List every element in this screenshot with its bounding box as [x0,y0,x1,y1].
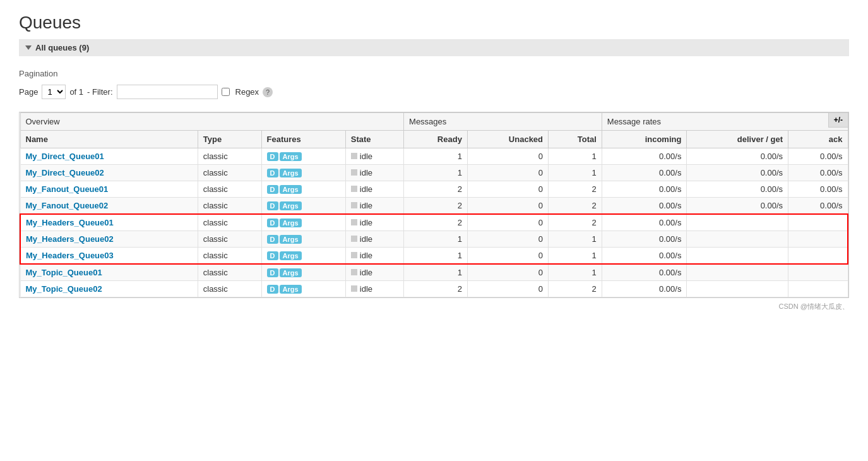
queue-state: idle [345,148,403,165]
queue-name[interactable]: My_Topic_Queue02 [20,281,198,297]
table-row[interactable]: My_Headers_Queue01classicDArgsidle2020.0… [20,214,848,231]
queue-deliver-get [687,231,788,248]
queue-type: classic [198,148,261,165]
queue-unacked: 0 [467,231,548,248]
queue-unacked: 0 [467,214,548,231]
queue-features: DArgs [261,231,345,248]
watermark: CSDN @情绪大瓜皮、 [19,302,849,311]
queue-deliver-get [687,264,788,281]
table-row[interactable]: My_Fanout_Queue01classicDArgsidle2020.00… [20,181,848,198]
queue-total: 1 [549,231,602,248]
queue-ready: 1 [404,264,468,281]
queue-type: classic [198,231,261,248]
queue-incoming: 0.00/s [602,248,687,265]
queue-incoming: 0.00/s [602,148,687,165]
queue-state: idle [345,181,403,198]
queue-total: 2 [549,198,602,215]
state-icon [351,269,357,275]
queue-features: DArgs [261,248,345,265]
queue-state: idle [345,214,403,231]
queue-deliver-get [687,248,788,265]
collapse-icon [25,45,32,50]
table-row[interactable]: My_Direct_Queue02classicDArgsidle1010.00… [20,165,848,181]
state-icon [351,153,357,159]
plus-minus-button[interactable]: +/- [828,112,848,128]
queue-type: classic [198,281,261,297]
table-row[interactable]: My_Topic_Queue02classicDArgsidle2020.00/… [20,281,848,297]
queue-total: 1 [549,148,602,165]
badge-args: Args [280,219,302,227]
queue-state: idle [345,231,403,248]
queue-name[interactable]: My_Direct_Queue01 [20,148,198,165]
queue-deliver-get [687,281,788,297]
badge-d: D [267,152,278,161]
queue-unacked: 0 [467,165,548,181]
state-icon [351,236,357,242]
queue-total: 1 [549,165,602,181]
badge-d: D [267,201,278,210]
page-container: Queues All queues (9) Pagination Page 1 … [0,0,868,324]
queue-type: classic [198,264,261,281]
queue-state: idle [345,165,403,181]
queue-unacked: 0 [467,281,548,297]
queue-unacked: 0 [467,264,548,281]
queue-name[interactable]: My_Direct_Queue02 [20,165,198,181]
badge-d: D [267,268,278,277]
queue-name[interactable]: My_Headers_Queue03 [20,248,198,265]
queue-name[interactable]: My_Fanout_Queue01 [20,181,198,198]
queue-state: idle [345,248,403,265]
badge-d: D [267,219,278,227]
queue-ready: 1 [404,248,468,265]
queue-features: DArgs [261,181,345,198]
badge-args: Args [280,251,302,260]
queue-incoming: 0.00/s [602,281,687,297]
filter-input[interactable] [117,85,218,99]
table-row[interactable]: My_Direct_Queue01classicDArgsidle1010.00… [20,148,848,165]
table-row[interactable]: My_Headers_Queue02classicDArgsidle1010.0… [20,231,848,248]
queue-ack [788,264,848,281]
queue-ready: 1 [404,148,468,165]
state-icon [351,186,357,192]
page-select[interactable]: 1 [42,85,66,99]
queue-name[interactable]: My_Headers_Queue01 [20,214,198,231]
all-queues-label: All queues (9) [35,43,89,52]
queue-ack [788,248,848,265]
queue-unacked: 0 [467,148,548,165]
queue-ack: 0.00/s [788,198,848,215]
col-state: State [345,131,403,148]
regex-label: Regex [235,87,259,97]
queue-total: 1 [549,248,602,265]
queue-state: idle [345,264,403,281]
queue-total: 2 [549,181,602,198]
page-label: Page [19,87,38,97]
all-queues-bar[interactable]: All queues (9) [19,39,849,56]
table-row[interactable]: My_Headers_Queue03classicDArgsidle1010.0… [20,248,848,265]
queue-ack: 0.00/s [788,148,848,165]
queue-incoming: 0.00/s [602,264,687,281]
queue-type: classic [198,198,261,215]
queues-table-wrapper: +/- Overview Messages Message rates Name… [19,112,849,298]
badge-args: Args [280,201,302,210]
queue-type: classic [198,181,261,198]
pagination-controls: Page 1 of 1 - Filter: Regex ? [19,85,849,99]
queue-ack [788,231,848,248]
state-icon [351,219,357,225]
regex-checkbox[interactable] [222,88,230,96]
queue-features: DArgs [261,165,345,181]
help-button[interactable]: ? [263,87,273,97]
queue-ready: 1 [404,165,468,181]
table-row[interactable]: My_Topic_Queue01classicDArgsidle1010.00/… [20,264,848,281]
queue-features: DArgs [261,214,345,231]
queue-name[interactable]: My_Headers_Queue02 [20,231,198,248]
queue-name[interactable]: My_Topic_Queue01 [20,264,198,281]
queue-type: classic [198,214,261,231]
col-deliver-get: deliver / get [687,131,788,148]
queue-ack [788,214,848,231]
of-label: of 1 [69,87,83,97]
queue-name[interactable]: My_Fanout_Queue02 [20,198,198,215]
state-icon [351,252,357,258]
table-row[interactable]: My_Fanout_Queue02classicDArgsidle2020.00… [20,198,848,215]
badge-args: Args [280,185,302,194]
col-total: Total [549,131,602,148]
badge-args: Args [280,285,302,294]
